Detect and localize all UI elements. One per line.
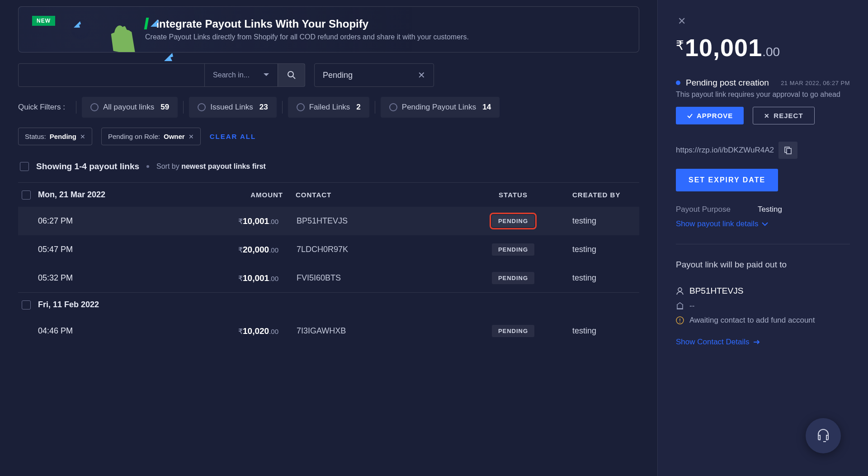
- status-badge: PENDING: [492, 215, 534, 227]
- col-amount: AMOUNT: [198, 191, 288, 199]
- user-icon: [676, 287, 684, 295]
- tag-role: Pending on Role: Owner ✕: [101, 128, 201, 145]
- shopify-icon: [109, 25, 136, 52]
- detail-status-date: 21 MAR 2022, 06:27 PM: [781, 80, 850, 86]
- row-amount: ₹10,001.00: [136, 273, 289, 283]
- table-row[interactable]: 05:47 PM ₹20,000.00 7LDCH0R97K PENDING t…: [18, 235, 639, 264]
- row-amount: ₹10,020.00: [136, 326, 289, 336]
- bank-icon: [676, 302, 684, 310]
- svg-point-0: [288, 71, 293, 77]
- row-contact: FVI5I60BTS: [297, 273, 454, 283]
- search-type-dropdown[interactable]: Search in...: [205, 64, 278, 86]
- svg-rect-3: [787, 148, 791, 154]
- chevron-down-icon: [263, 73, 269, 77]
- status-badge: PENDING: [492, 272, 534, 284]
- filter-issued-links[interactable]: Issued Links 23: [189, 97, 276, 118]
- separator-dot: [146, 165, 149, 168]
- radio-icon: [297, 103, 305, 111]
- copy-button[interactable]: [778, 142, 797, 159]
- warning-icon: [676, 316, 684, 324]
- search-type-label: Search in...: [213, 71, 250, 79]
- paid-to-title: Payout link will be paid out to: [676, 260, 850, 270]
- divider: [676, 244, 850, 244]
- clear-all-button[interactable]: CLEAR ALL: [210, 133, 256, 140]
- row-created-by: testing: [572, 245, 636, 254]
- new-badge: NEW: [32, 16, 55, 26]
- detail-status-title: Pending post creation: [686, 78, 769, 88]
- headset-icon: [816, 428, 831, 443]
- group-checkbox[interactable]: [22, 300, 31, 309]
- row-time: 05:32 PM: [38, 273, 128, 283]
- support-button[interactable]: [806, 418, 841, 453]
- row-status: PENDING: [461, 325, 565, 337]
- reject-button[interactable]: ✕ REJECT: [753, 107, 814, 124]
- divider: [183, 101, 184, 114]
- row-contact: 7I3IGAWHXB: [297, 326, 454, 336]
- search-box: Search in...: [18, 63, 305, 87]
- copy-icon: [784, 146, 792, 154]
- set-expiry-button[interactable]: SET EXPIRY DATE: [676, 169, 778, 191]
- arrow-right-icon: [753, 339, 760, 345]
- search-button[interactable]: [278, 64, 305, 86]
- remove-tag-icon[interactable]: ✕: [80, 133, 85, 140]
- col-status: STATUS: [461, 191, 565, 199]
- row-status: PENDING: [461, 272, 565, 284]
- row-status: PENDING: [461, 243, 565, 256]
- filter-pending-payout-links[interactable]: Pending Payout Links 14: [381, 97, 500, 118]
- search-input[interactable]: [19, 64, 205, 86]
- svg-point-7: [679, 322, 680, 323]
- show-link-details[interactable]: Show payout link details: [676, 219, 850, 228]
- arrow-icon: [73, 20, 82, 29]
- search-icon: [287, 71, 296, 80]
- row-created-by: testing: [572, 216, 636, 226]
- status-badge: PENDING: [492, 243, 534, 256]
- row-created-by: testing: [572, 326, 636, 336]
- row-created-by: testing: [572, 273, 636, 283]
- status-filter-value: Pending: [323, 71, 353, 80]
- table-row[interactable]: 05:32 PM ₹10,001.00 FVI5I60BTS PENDING t…: [18, 264, 639, 292]
- approve-button[interactable]: APPROVE: [676, 107, 744, 124]
- payout-link-url: https://rzp.io/i/bDKZWuR4A2: [676, 146, 774, 155]
- x-icon: ✕: [764, 112, 770, 119]
- shopify-banner[interactable]: NEW Integrate Payout Links With Your Sho…: [18, 6, 639, 52]
- status-filter-select[interactable]: Pending ✕: [314, 63, 434, 87]
- filter-all-payout-links[interactable]: All payout links 59: [82, 97, 178, 118]
- arrow-icon: [163, 52, 174, 63]
- svg-line-1: [293, 76, 295, 79]
- bank-value: --: [689, 301, 694, 310]
- row-time: 04:46 PM: [38, 326, 128, 336]
- filters-label: Quick Filters :: [18, 103, 65, 112]
- select-all-checkbox[interactable]: [20, 162, 29, 171]
- divider: [375, 101, 375, 114]
- contact-name: BP51HTEVJS: [689, 286, 743, 296]
- row-time: 05:47 PM: [38, 245, 128, 254]
- radio-icon: [198, 103, 206, 111]
- showing-count: Showing 1-4 payout links: [36, 162, 139, 171]
- detail-panel: ✕ ₹10,001.00 Pending post creation 21 MA…: [657, 0, 868, 476]
- chevron-down-icon: [762, 222, 768, 226]
- close-icon[interactable]: ✕: [678, 15, 686, 27]
- date-group-header: Fri, 11 Feb 2022: [18, 292, 639, 317]
- remove-tag-icon[interactable]: ✕: [189, 133, 194, 140]
- filter-failed-links[interactable]: Failed Links 2: [288, 97, 369, 118]
- clear-status-icon[interactable]: ✕: [418, 70, 425, 81]
- purpose-label: Payout Purpose: [676, 205, 731, 214]
- date-group-header: Mon, 21 Mar 2022 AMOUNT CONTACT STATUS C…: [18, 182, 639, 207]
- show-contact-details[interactable]: Show Contact Details: [676, 338, 850, 347]
- row-contact: 7LDCH0R97K: [297, 245, 454, 254]
- group-date: Mon, 21 Mar 2022: [38, 190, 105, 200]
- group-date: Fri, 11 Feb 2022: [38, 300, 99, 309]
- table-row[interactable]: 06:27 PM ₹10,001.00 BP51HTEVJS PENDING t…: [18, 207, 639, 235]
- col-created: CREATED BY: [572, 191, 636, 199]
- row-contact: BP51HTEVJS: [297, 216, 454, 226]
- radio-icon: [389, 103, 397, 111]
- table-row[interactable]: 04:46 PM ₹10,020.00 7I3IGAWHXB PENDING t…: [18, 317, 639, 345]
- warning-text: Awaiting contact to add fund account: [689, 316, 815, 325]
- group-checkbox[interactable]: [22, 190, 31, 200]
- divider: [76, 101, 76, 114]
- check-icon: [687, 113, 693, 119]
- purpose-value: Testing: [758, 205, 782, 214]
- row-amount: ₹10,001.00: [136, 216, 289, 226]
- svg-point-4: [678, 288, 682, 291]
- detail-status-desc: This payout link requires your approval …: [676, 90, 850, 99]
